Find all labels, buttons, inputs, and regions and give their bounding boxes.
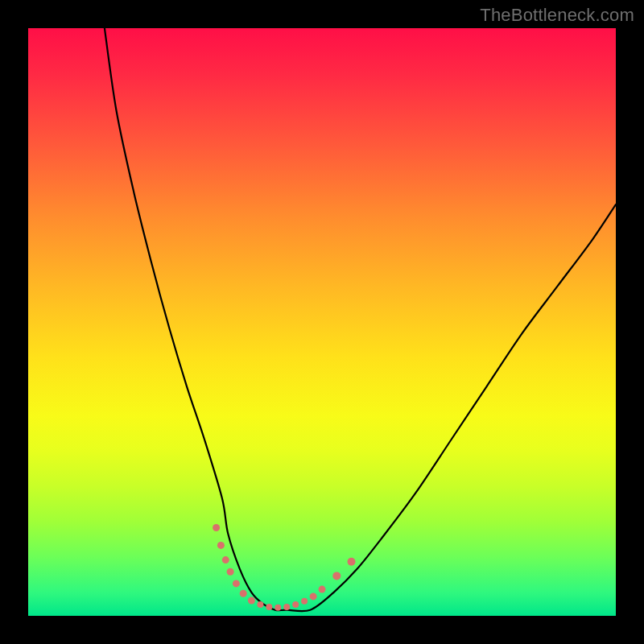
marker-dot — [222, 556, 229, 564]
marker-dot — [319, 586, 326, 593]
marker-dot — [292, 601, 299, 608]
marker-dot — [233, 580, 240, 587]
marker-dot — [283, 604, 290, 610]
marker-dot — [217, 542, 225, 549]
bottleneck-curve — [105, 28, 616, 611]
plot-area — [28, 28, 616, 616]
marker-dot — [248, 597, 255, 605]
marker-dot — [332, 572, 341, 580]
marker-dot — [257, 601, 263, 608]
marker-dot — [227, 568, 234, 576]
marker-dot — [275, 605, 281, 611]
marker-dot — [348, 558, 356, 566]
watermark-text: TheBottleneck.com — [480, 5, 634, 26]
curve-svg — [28, 28, 616, 616]
marker-dot — [266, 604, 272, 610]
chart-frame: TheBottleneck.com — [0, 0, 644, 644]
marker-dot — [240, 590, 247, 597]
marker-dot — [310, 592, 317, 600]
marker-dot — [301, 598, 308, 605]
highlighted-points — [213, 524, 355, 611]
marker-dot — [213, 524, 220, 531]
